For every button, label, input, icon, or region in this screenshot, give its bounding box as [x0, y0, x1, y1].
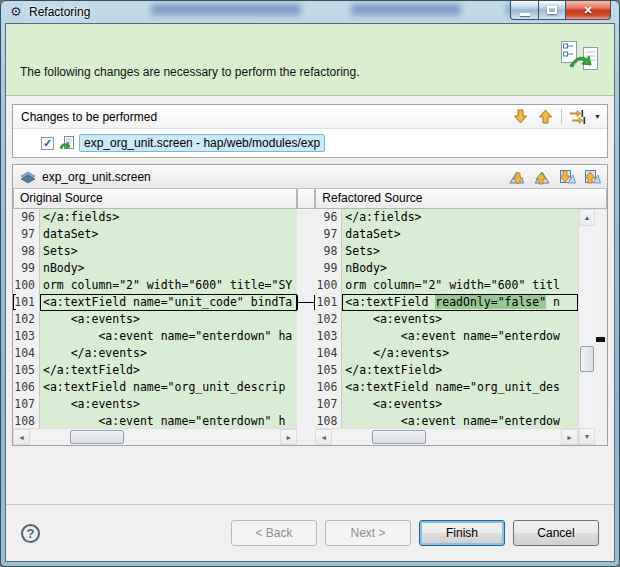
- diff-connector-gap: [297, 209, 315, 445]
- scroll-right-icon: ►: [566, 434, 573, 441]
- refactored-source-pane[interactable]: 96</a:fields>97dataSet>98Sets>99nBody>10…: [315, 209, 578, 445]
- file-change-icon: [59, 135, 75, 151]
- code-line: 104 </a:events>: [13, 345, 297, 362]
- next-difference-button[interactable]: [508, 168, 526, 186]
- code-line: 99nBody>: [315, 260, 578, 277]
- minimize-icon: [520, 13, 530, 16]
- compare-viewer: exp_org_unit.screen: [12, 164, 608, 446]
- scroll-thumb[interactable]: [580, 346, 594, 372]
- scroll-up-button[interactable]: ▲: [579, 209, 595, 226]
- minimize-button[interactable]: [510, 1, 539, 20]
- select-next-change-button[interactable]: [511, 108, 529, 126]
- code-line: 98Sets>: [13, 243, 297, 260]
- filter-icon: [569, 110, 587, 124]
- change-list-item[interactable]: exp_org_unit.screen - hap/web/modules/ex…: [59, 134, 325, 152]
- original-code-area[interactable]: 96</a:fields>97dataSet>98Sets>99nBody>10…: [13, 209, 297, 428]
- compare-title: exp_org_unit.screen: [42, 170, 502, 184]
- title-bar[interactable]: ⚙ Refactoring ✕: [1, 1, 619, 23]
- select-previous-change-button[interactable]: [536, 108, 554, 126]
- code-line: 99nBody>: [13, 260, 297, 277]
- cancel-button[interactable]: Cancel: [513, 520, 599, 546]
- filter-changes-button[interactable]: [569, 108, 587, 126]
- maximize-icon: [547, 6, 557, 14]
- original-horizontal-scrollbar[interactable]: ◄ ►: [13, 428, 297, 445]
- code-line: 107 <a:events>: [315, 396, 578, 413]
- diff-overview-ruler[interactable]: [595, 209, 607, 445]
- banner-message: The following changes are necessary to p…: [20, 65, 360, 79]
- refactored-vertical-scrollbar[interactable]: ▲ ▼: [578, 209, 595, 445]
- previous-difference-icon: [533, 169, 551, 185]
- code-line: 103 <a:event name="enterdown" ha: [13, 328, 297, 345]
- back-button[interactable]: < Back: [231, 520, 317, 546]
- spacer: [6, 446, 614, 504]
- button-bar: ? < Back Next > Finish Cancel: [6, 504, 614, 561]
- previous-difference-button[interactable]: [533, 168, 551, 186]
- gold-arrow-down-icon: [514, 109, 527, 124]
- scroll-thumb[interactable]: [70, 430, 124, 444]
- pane-gap-header: [297, 189, 315, 209]
- help-button[interactable]: ?: [21, 524, 40, 543]
- code-line: 103 <a:event name="enterdow: [315, 328, 578, 345]
- changed-line-bracket-icon: [13, 294, 16, 310]
- scroll-up-icon: ▲: [584, 214, 591, 221]
- close-button[interactable]: ✕: [566, 1, 611, 20]
- code-line: 102 <a:events>: [315, 311, 578, 328]
- maximize-button[interactable]: [539, 1, 566, 20]
- checkmark-icon: ✓: [43, 137, 52, 150]
- view-menu-caret-icon[interactable]: ▼: [594, 113, 601, 120]
- code-line: 106<a:textField name="org_unit_des: [315, 379, 578, 396]
- code-line: 100orm column="2" width="600" title="SY: [13, 277, 297, 294]
- change-checkbox[interactable]: ✓: [41, 137, 54, 150]
- glass-reflection: [351, 4, 461, 15]
- scroll-track[interactable]: [579, 226, 595, 428]
- changed-token: readOnly="false": [435, 295, 546, 309]
- previous-change-button[interactable]: [583, 168, 601, 186]
- gold-arrow-up-icon: [539, 109, 552, 124]
- code-line: 98Sets>: [315, 243, 578, 260]
- code-line: 96</a:fields>: [315, 209, 578, 226]
- code-line: 101<a:textField readOnly="false" n: [315, 294, 578, 311]
- refactoring-dialog: ⚙ Refactoring ✕ The following changes ar…: [0, 0, 620, 567]
- scroll-track[interactable]: [332, 429, 561, 445]
- screen-file-icon: [20, 170, 36, 184]
- changes-section: Changes to be performed: [12, 104, 608, 158]
- scroll-left-button[interactable]: ◄: [13, 429, 30, 445]
- refactored-source-header: Refactored Source: [315, 189, 607, 209]
- change-item-label: exp_org_unit.screen - hap/web/modules/ex…: [79, 134, 325, 152]
- diff-marker[interactable]: [596, 337, 605, 342]
- original-source-pane[interactable]: 96</a:fields>97dataSet>98Sets>99nBody>10…: [13, 209, 297, 445]
- help-icon: ?: [27, 526, 35, 541]
- original-source-header: Original Source: [13, 189, 297, 209]
- scroll-right-button[interactable]: ►: [280, 429, 297, 445]
- finish-button[interactable]: Finish: [419, 520, 505, 546]
- code-line: 106<a:textField name="org_unit_descrip: [13, 379, 297, 396]
- scroll-left-button[interactable]: ◄: [315, 429, 332, 445]
- app-gear-icon: ⚙: [10, 4, 22, 19]
- code-line: 97dataSet>: [13, 226, 297, 243]
- next-button[interactable]: Next >: [325, 520, 411, 546]
- scroll-track[interactable]: [30, 429, 280, 445]
- window-title: Refactoring: [29, 5, 90, 19]
- scroll-thumb[interactable]: [372, 430, 426, 444]
- code-line: 108 <a:event name="enterdown" h: [13, 413, 297, 428]
- changes-list: ✓ exp_org_unit.screen - hap/web/modules/…: [13, 129, 607, 157]
- scroll-left-icon: ◄: [18, 434, 25, 441]
- code-line: 96</a:fields>: [13, 209, 297, 226]
- scroll-down-button[interactable]: ▼: [579, 428, 595, 445]
- next-change-button[interactable]: [558, 168, 576, 186]
- next-difference-icon: [508, 169, 526, 185]
- message-banner: The following changes are necessary to p…: [6, 24, 614, 96]
- scroll-right-button[interactable]: ►: [561, 429, 578, 445]
- code-line: 105</a:textField>: [315, 362, 578, 379]
- dialog-client-area: The following changes are necessary to p…: [5, 23, 615, 562]
- code-line: 104 </a:events>: [315, 345, 578, 362]
- scroll-right-icon: ►: [285, 434, 292, 441]
- next-change-icon: [558, 169, 576, 185]
- code-line: 102 <a:events>: [13, 311, 297, 328]
- previous-change-icon: [583, 169, 601, 185]
- code-line: 97dataSet>: [315, 226, 578, 243]
- code-line: 101<a:textField name="unit_code" bindTa: [13, 294, 297, 311]
- refactored-code-area[interactable]: 96</a:fields>97dataSet>98Sets>99nBody>10…: [315, 209, 578, 428]
- refactored-horizontal-scrollbar[interactable]: ◄ ►: [315, 428, 578, 445]
- code-line: 108 <a:event name="enterdow: [315, 413, 578, 428]
